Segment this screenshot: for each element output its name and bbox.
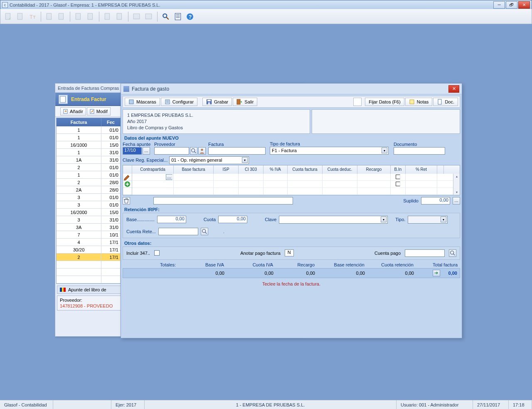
minimize-button[interactable]: ─ <box>493 1 505 9</box>
clave-reg-select[interactable]: 01 - Op. régimen general▾ <box>169 156 249 164</box>
clave-label: Clave <box>265 217 276 222</box>
dropdown-icon: ▾ <box>242 157 248 163</box>
close-button[interactable]: ✕ <box>518 1 530 9</box>
factura-gasto-window: Factura de gasto ✕ Máscaras Configurar G… <box>121 83 462 338</box>
fijar-datos-button[interactable]: Fijar Datos (F6) <box>365 98 404 106</box>
toolbar-btn-4[interactable] <box>44 11 55 22</box>
grabar-button[interactable]: Grabar <box>202 98 232 106</box>
toolbar-btn-8[interactable] <box>102 11 113 22</box>
proveedor-search-button[interactable] <box>190 147 197 155</box>
incluir-347-checkbox[interactable] <box>154 250 160 256</box>
list-icon <box>174 13 182 20</box>
app-icon: c <box>2 2 8 8</box>
row-edit-icon[interactable] <box>123 174 132 181</box>
toolbar-btn-6[interactable] <box>73 11 84 22</box>
otros-panel: Incluir 347.. Anotar pago factura N Cuen… <box>123 246 460 260</box>
svg-rect-4 <box>59 13 63 20</box>
fecha-input[interactable]: 17/10 <box>123 147 142 155</box>
svg-rect-10 <box>145 14 152 19</box>
toolbar-search-button[interactable] <box>160 11 171 22</box>
toolbar-btn-5[interactable] <box>56 11 67 22</box>
main-toolbar: Tᴛ ? <box>0 9 532 24</box>
grid-scrollbar[interactable]: ▴▾ <box>453 174 460 195</box>
cuenta-pago-search-button[interactable] <box>449 249 456 257</box>
recalc-button[interactable]: ➔ <box>433 270 440 276</box>
toolbar-btn-11[interactable] <box>143 11 154 22</box>
svg-rect-28 <box>208 102 210 104</box>
doc-icon <box>5 13 12 20</box>
blank-button[interactable] <box>353 98 362 106</box>
toolbar-btn-2[interactable] <box>15 11 26 22</box>
toolbar-btn-7[interactable] <box>85 11 96 22</box>
mask-icon <box>128 99 134 105</box>
toolbar-btn-3[interactable]: Tᴛ <box>27 11 38 22</box>
tipo-select[interactable]: ▾ <box>408 216 448 224</box>
base-input[interactable]: 0,00 <box>157 216 186 223</box>
proveedor-input[interactable] <box>154 147 189 155</box>
mdi-area: Entrada de Facturas Compras Entrada Fact… <box>1 25 531 397</box>
save-icon <box>206 99 212 105</box>
factura-input[interactable] <box>208 147 266 155</box>
dropdown-icon: ▾ <box>441 217 446 222</box>
row-add-icon[interactable] <box>123 181 132 188</box>
status-usuario: Usuario: 001 - Administrador <box>397 400 473 409</box>
anotar-pago-input[interactable]: N <box>285 249 294 256</box>
frontwin-titlebar: Factura de gasto ✕ <box>121 84 462 94</box>
toolbar-btn-1[interactable] <box>3 11 14 22</box>
tipo-label: Tipo. <box>395 217 405 222</box>
bin-checkbox[interactable] <box>396 175 400 179</box>
svg-rect-9 <box>133 14 140 19</box>
doc-icon <box>437 99 443 105</box>
modif-button[interactable]: Modif <box>87 107 111 116</box>
svg-rect-7 <box>105 13 109 20</box>
toolbar-help-button[interactable]: ? <box>185 11 195 22</box>
status-ejer: Ejer: 2017 <box>111 400 145 409</box>
suplido-lookup-button[interactable]: … <box>453 197 460 204</box>
suplido-input[interactable]: 0,00 <box>421 197 450 204</box>
svg-rect-6 <box>88 13 92 20</box>
text-icon: Tᴛ <box>29 13 36 20</box>
cuenta-rete-search-button[interactable] <box>201 228 208 235</box>
doc2-icon <box>46 13 53 20</box>
cuenta-pago-input[interactable] <box>405 249 445 257</box>
row-lookup-button[interactable]: … <box>166 174 172 180</box>
svg-text:Tᴛ: Tᴛ <box>30 14 36 20</box>
doc6-icon <box>104 13 111 20</box>
proveedor-user-button[interactable] <box>198 147 206 155</box>
status-hora: 17:18 <box>509 400 532 409</box>
doc-button[interactable]: Doc. <box>433 98 458 106</box>
svg-rect-30 <box>410 100 414 104</box>
svg-rect-27 <box>207 100 211 101</box>
svg-rect-3 <box>47 13 51 20</box>
fecha-lookup-button[interactable]: … <box>143 147 150 155</box>
salir-button[interactable]: Salir <box>233 98 257 106</box>
toolbar-btn-9[interactable] <box>114 11 125 22</box>
cuenta-rete-input[interactable] <box>158 228 198 235</box>
toolbar-btn-10[interactable] <box>131 11 142 22</box>
status-message: Teclee la fecha de la factura. <box>121 281 462 286</box>
info-panel: 1 EMPRESA DE PRUEBAS S.L. Año 2017 Libro… <box>123 109 460 134</box>
bin-checkbox[interactable] <box>396 182 400 186</box>
doc9-icon <box>145 13 153 20</box>
anadir-button[interactable]: Añadir <box>60 107 86 116</box>
note-icon <box>409 99 415 105</box>
frontwin-close-button[interactable]: ✕ <box>448 85 459 93</box>
configurar-button[interactable]: Configurar <box>161 98 197 106</box>
notas-button[interactable]: Notas <box>405 98 433 106</box>
documento-input[interactable] <box>394 147 445 155</box>
cuota-input[interactable]: 0,00 <box>218 216 247 223</box>
clave-select[interactable]: ▾ <box>279 216 388 224</box>
exit-icon <box>236 99 242 105</box>
toolbar-list-button[interactable] <box>172 11 183 22</box>
description-input[interactable] <box>153 197 293 204</box>
dropdown-icon: ▾ <box>381 217 387 222</box>
delete-row-button[interactable] <box>123 197 130 204</box>
mascaras-button[interactable]: Máscaras <box>125 98 160 106</box>
lines-grid[interactable]: ContrapartidaBase facturaISPCl 303% IVAC… <box>123 165 460 195</box>
totals-panel: Totales: Base IVA Cuota IVA Recargo Base… <box>123 261 460 278</box>
col-fecha: Fec <box>101 118 121 126</box>
incluir-347-label: Incluir 347.. <box>126 251 150 256</box>
maximize-button[interactable]: 🗗 <box>506 1 517 9</box>
svg-rect-19 <box>60 96 66 102</box>
tipo-factura-select[interactable]: F1 - Factura▾ <box>270 147 389 155</box>
